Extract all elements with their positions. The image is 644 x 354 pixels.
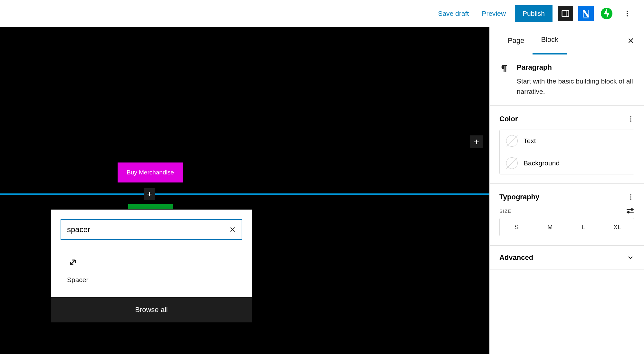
svg-point-21 [630,199,631,200]
size-label: SIZE [499,208,511,214]
insert-block-inline-button[interactable] [144,188,155,200]
advanced-panel-toggle[interactable]: Advanced [490,246,644,270]
block-title: Paragraph [517,63,634,72]
size-settings-button[interactable] [626,208,634,214]
block-search-wrap [61,219,242,240]
settings-sidebar: Page Block Paragraph Start with the basi… [489,27,644,354]
size-options: S M L XL [499,218,634,236]
preview-button[interactable]: Preview [478,7,510,20]
svg-point-23 [631,209,633,210]
close-sidebar-button[interactable] [627,37,634,44]
size-option-xl[interactable]: XL [601,218,634,236]
jetpack-button[interactable] [599,6,614,21]
svg-point-19 [630,194,631,196]
color-panel-options[interactable] [627,115,634,123]
typography-panel: Typography SIZE S M L XL [490,184,644,246]
tab-page[interactable]: Page [499,27,533,54]
jetpack-icon [601,8,612,19]
n-icon [581,9,591,18]
save-draft-button[interactable]: Save draft [434,7,473,20]
svg-point-6 [627,13,628,14]
advanced-title: Advanced [499,253,533,262]
clear-search-button[interactable] [224,221,242,239]
partial-block [128,204,173,209]
tab-block[interactable]: Block [533,26,567,54]
sidebar-tabs: Page Block [490,27,644,54]
svg-point-5 [627,11,628,12]
color-swatch-none [506,157,518,169]
svg-point-18 [630,121,631,122]
color-panel-title: Color [499,115,518,123]
color-background-label: Background [524,159,560,167]
n-logo-button[interactable] [578,6,594,21]
block-description: Start with the basic building block of a… [517,76,634,96]
browse-all-button[interactable]: Browse all [51,297,252,322]
publish-button[interactable]: Publish [515,5,553,22]
close-icon [627,37,634,44]
more-options-button[interactable] [620,6,635,21]
color-panel: Color Text Background [490,106,644,184]
editor-canvas[interactable]: Buy Merchandise [0,27,489,354]
color-text-label: Text [524,137,536,145]
color-background-row[interactable]: Background [500,152,634,174]
settings-sidebar-toggle[interactable] [558,6,573,21]
add-block-button[interactable] [470,135,483,148]
buy-merchandise-button[interactable]: Buy Merchandise [118,162,183,182]
more-vertical-icon [623,10,631,17]
svg-point-16 [630,116,631,118]
more-vertical-icon [627,193,634,201]
typography-panel-title: Typography [499,193,539,201]
block-result-spacer[interactable]: Spacer [61,253,242,288]
spacer-icon [67,257,79,268]
top-toolbar: Save draft Preview Publish [0,0,644,27]
size-option-s[interactable]: S [500,218,533,236]
typography-panel-options[interactable] [627,193,634,201]
sliders-icon [626,208,634,214]
svg-point-25 [628,211,629,213]
block-search-input[interactable] [61,220,224,239]
svg-point-20 [630,196,631,198]
plus-icon [473,138,480,146]
more-vertical-icon [627,115,634,123]
size-option-l[interactable]: L [567,218,601,236]
close-icon [229,226,236,233]
block-result-label: Spacer [67,276,236,284]
block-inserter-popover: Spacer Browse all [51,210,252,322]
paragraph-icon [499,63,510,96]
color-text-row[interactable]: Text [500,130,634,152]
chevron-down-icon [627,254,634,261]
block-info-panel: Paragraph Start with the basic building … [490,54,644,106]
plus-icon [146,191,153,198]
sidebar-icon [561,9,570,18]
svg-rect-0 [562,10,569,16]
svg-point-7 [627,15,628,16]
svg-point-17 [630,118,631,120]
color-swatch-none [506,135,518,147]
block-insertion-indicator [0,193,489,195]
size-option-m[interactable]: M [533,218,567,236]
